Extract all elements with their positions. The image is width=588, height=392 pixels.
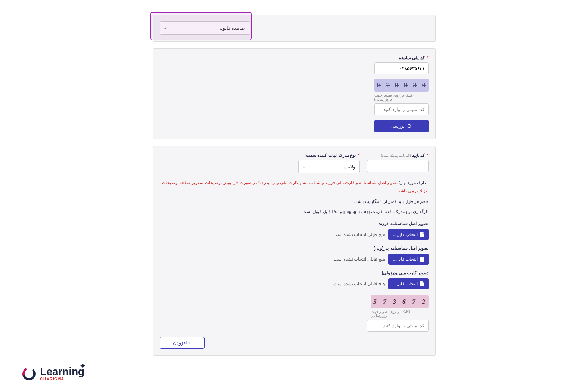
panel-representative-type: نماینده قانونی — [153, 15, 436, 42]
panel-national-id: * کد ملی نماینده 0 3 8 8 7 0 (کلیک بر رو… — [153, 48, 436, 139]
file-status-0: هیچ فایلی انتخاب نشده است — [333, 232, 385, 237]
graduation-cap-icon — [80, 364, 85, 368]
choose-file-button-2[interactable]: انتخاب فایل... — [388, 278, 428, 289]
captcha-refresh-hint: (کلیک بر روی تصویر جهت بروزرسانی) — [374, 93, 429, 101]
add-button[interactable]: + افزودن — [160, 337, 205, 349]
required-marker: * — [427, 153, 429, 158]
plus-icon: + — [189, 340, 192, 346]
file-icon — [420, 232, 424, 237]
choose-file-button-1[interactable]: انتخاب فایل... — [388, 254, 428, 265]
upload-label-1: تصویر اصل شناسنامه پدر(ولی) — [160, 246, 429, 251]
doc-type-select[interactable]: ولایت — [298, 160, 360, 173]
upload-label-2: تصویر کارت ملی پدر(ولی) — [160, 270, 429, 275]
file-size-note: حجم هر فایل باید کمتر از ۲ مگابایت باشد. — [160, 197, 429, 206]
captcha-input-2[interactable] — [367, 320, 429, 332]
file-status-2: هیچ فایلی انتخاب نشده است — [333, 281, 385, 286]
charisma-logo-icon — [22, 367, 36, 377]
docs-needed-notice: مدارک مورد نیاز: تصویر اصل شناسنامه و کا… — [160, 179, 429, 195]
check-button[interactable]: بررسی — [374, 120, 429, 132]
file-format-note: بارگذاری نوع مدرک: فقط فرمت jpeg ،jpg ،p… — [160, 208, 429, 216]
panel-documents: * کد تایید (کد تایید پیامک شده) * نوع مد… — [153, 146, 436, 356]
file-icon — [420, 257, 424, 262]
captcha-input-1[interactable] — [374, 103, 429, 115]
svg-line-1 — [411, 127, 412, 128]
file-icon — [420, 281, 424, 286]
confirm-code-label: * کد تایید (کد تایید پیامک شده) — [367, 153, 429, 158]
captcha-image-2[interactable]: 2 7 6 3 7 5 — [371, 295, 429, 308]
national-id-input[interactable] — [374, 62, 429, 74]
svg-point-0 — [408, 124, 411, 127]
doc-type-label: * نوع مدرک اثبات کننده سمت: — [298, 153, 360, 158]
representative-type-select[interactable]: نماینده قانونی — [160, 21, 250, 35]
captcha-image-1[interactable]: 0 3 8 8 7 0 — [374, 79, 429, 92]
choose-file-button-0[interactable]: انتخاب فایل... — [388, 229, 428, 240]
confirm-code-input[interactable] — [367, 160, 429, 172]
upload-label-0: تصویر اصل شناسنامه فرزند — [160, 221, 429, 226]
search-icon — [407, 124, 412, 129]
required-marker: * — [358, 153, 360, 158]
logo-main-text: Learning — [40, 366, 85, 377]
brand-logo: Learning CHARISMA — [22, 366, 85, 377]
national-id-label: * کد ملی نماینده — [374, 55, 429, 60]
file-status-1: هیچ فایلی انتخاب نشده است — [333, 257, 385, 262]
captcha-refresh-hint-2: (کلیک بر روی تصویر جهت بروزرسانی) — [371, 310, 429, 318]
required-marker: * — [427, 55, 429, 60]
